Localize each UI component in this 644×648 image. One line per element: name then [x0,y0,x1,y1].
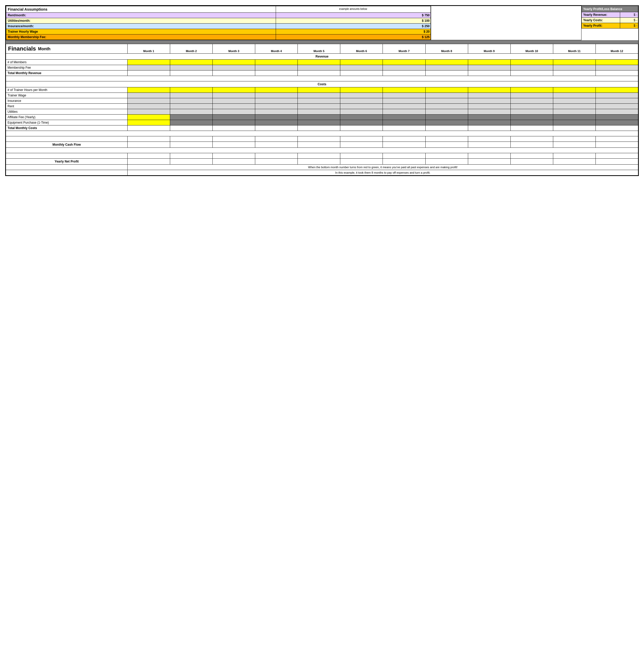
revenue-section-header: Revenue [315,55,328,58]
month-11-header: Month 11 [568,50,581,53]
rent-value[interactable]: $ 750 [422,13,430,17]
trainer-value[interactable]: $ 20 [424,30,430,34]
members-row: # of Members [6,60,638,65]
note-row-1: When the bottom month number turns from … [6,165,638,170]
month-2-header: Month 2 [186,50,197,53]
yearly-profit-label: Yearly Profit: [583,24,602,28]
month-4-header: Month 4 [271,50,282,53]
cashflow-label: Monthly Cash Flow [52,143,81,147]
trainer-wage-row: Trainer Wage [6,93,638,98]
month-3-header: Month 3 [228,50,239,53]
yearly-revenue-value: $ - [634,13,637,16]
note2-text: In this example, it took them 8 months t… [335,171,431,174]
trainer-wage-label: Trainer Wage [7,94,26,97]
note-row-2: In this example, it took them 8 months t… [6,170,638,175]
total-costs-label: Total Monthly Costs [7,126,37,130]
rent-cost-row: Rent [6,104,638,109]
members-label: # of Members [7,60,27,64]
insurance-row: Insurance [6,98,638,104]
affiliate-fee-label: Affiliate Fee (Yearly) [7,115,35,119]
month-9-header: Month 9 [484,50,495,53]
yearly-costs-label: Yearly Costs: [583,18,603,22]
trainer-hours-label: # of Trainer Hours per Month [7,88,47,92]
financials-title: Financials [8,45,36,52]
utilities-value[interactable]: $ 100 [422,19,430,22]
gray-divider [6,40,638,44]
month-12-header: Month 12 [610,50,623,53]
profit-panel-title: Yearly Profit/Loss Balance [583,7,623,11]
members-m1[interactable] [127,60,170,65]
trainer-label: Trainer Hourly Wage [8,30,38,34]
total-costs-row: Total Monthly Costs [6,125,638,131]
yearly-net-profit-row: Yearly Net Profit [6,159,638,165]
month-5-header: Month 5 [313,50,325,53]
trainer-hours-row: # of Trainer Hours per Month [6,87,638,93]
members-m2[interactable] [170,60,212,65]
month-8-header: Month 8 [441,50,452,53]
equipment-m1[interactable] [127,120,170,125]
month-subtitle: Month [38,47,51,52]
total-revenue-label: Total Monthly Revenue [7,71,41,75]
insurance-cost-label: Insurance [7,99,21,103]
month-10-header: Month 10 [526,50,538,53]
month-7-header: Month 7 [399,50,409,53]
example-note: example amounts below [339,7,367,10]
insurance-label: Insurance/month: [8,24,34,28]
members-m5[interactable] [298,60,340,65]
affiliate-m1[interactable] [127,115,170,120]
utilities-cost-row: Utilities [6,109,638,115]
note1-text: When the bottom month number turns from … [308,166,457,169]
members-m11[interactable] [553,60,595,65]
month-1-header: Month 1 [143,50,154,53]
membership-value[interactable]: $ 125 [422,35,430,39]
membership-label: Monthly Membership Fee: [8,35,46,39]
members-m3[interactable] [213,60,255,65]
insurance-value[interactable]: $ 250 [422,24,430,28]
equipment-label: Equipment Purchase (1-Time) [7,121,49,124]
members-m10[interactable] [510,60,553,65]
members-m7[interactable] [383,60,425,65]
membership-fee-label: Membership Fee [7,66,31,69]
total-revenue-row: Total Monthly Revenue [6,70,638,76]
costs-section-header: Costs [318,83,326,86]
monthly-cashflow-row: Monthly Cash Flow [6,142,638,148]
yearly-net-label: Yearly Net Profit [55,160,79,163]
yearly-profit-value: $ - [634,24,637,28]
utilities-label: Utilities/month: [8,19,30,22]
rent-cost-label: Rent [7,104,14,108]
membership-fee-row: Membership Fee [6,65,638,70]
yearly-revenue-label: Yearly Revenue: [583,13,607,16]
members-m12[interactable] [595,60,638,65]
trainer-hours-m1[interactable] [127,87,170,93]
members-m6[interactable] [340,60,383,65]
equipment-row: Equipment Purchase (1-Time) [6,120,638,125]
yearly-costs-value: $ - [634,18,637,22]
rent-label: Rent/month: [8,13,26,17]
affiliate-fee-row: Affiliate Fee (Yearly) [6,115,638,120]
assumptions-title: Financial Assumptions [8,7,47,11]
memfee-m1 [127,65,170,70]
month-6-header: Month 6 [356,50,367,53]
utilities-cost-label: Utilities [7,110,18,113]
members-m9[interactable] [468,60,510,65]
chart-area [431,6,581,40]
members-m8[interactable] [425,60,468,65]
members-m4[interactable] [255,60,298,65]
